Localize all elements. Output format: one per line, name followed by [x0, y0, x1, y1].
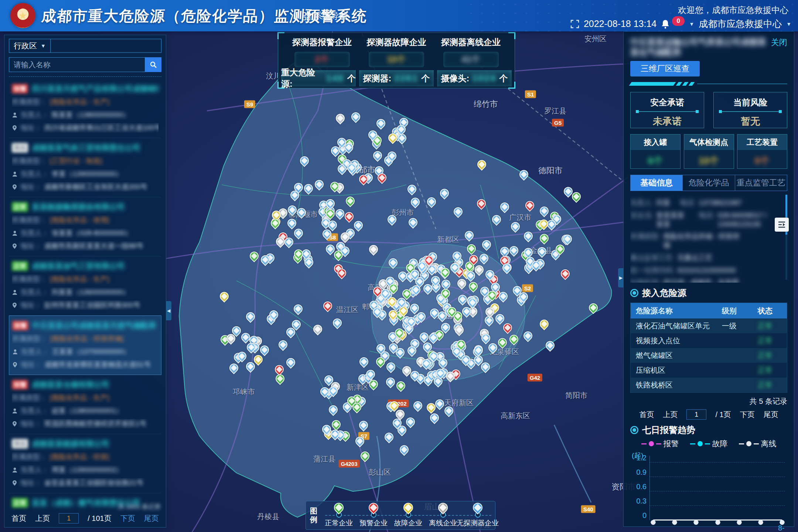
pagination-next[interactable]: 下页 — [740, 410, 755, 420]
info-row: 重点监管工艺:无重点工艺 — [630, 253, 782, 262]
info-field: 电话:13738621987 — [680, 198, 742, 207]
tab-危险化学品[interactable]: 危险化学品 — [683, 175, 735, 191]
legend-entry: 故障企业 — [392, 501, 425, 529]
table-row[interactable]: 燃气储罐区正常 — [631, 348, 787, 363]
company-list-item[interactable]: 正常成都某某油气工贸有限公司所属类型：[危险化学品 - 生产]负责人：刘某某（1… — [9, 256, 161, 316]
company-list-item[interactable]: 离线成都某某气体工贸有限责任公司所属类型：[工贸行业 - 制造]负责人：李某（1… — [9, 138, 161, 197]
legend-item-报警: 报警 — [641, 439, 679, 449]
company-contact-line: 负责人：李某（13900000000） — [12, 169, 158, 179]
company-name: 成都某某气体工贸有限责任公司 — [32, 143, 140, 153]
commitment-cards: 安全承诺未承诺当前风险暂无 — [630, 92, 787, 128]
district-dropdown[interactable]: 行政区 ▼ — [9, 39, 51, 53]
map-legend-items: 正常企业预警企业故障企业离线企业无探测器企业 — [321, 501, 495, 529]
pagination-page-input[interactable]: 1 — [686, 409, 706, 420]
bell-caret-icon[interactable]: ▼ — [689, 21, 694, 27]
company-list-item[interactable]: 报警四川某某天然气产品有限公司成都销售分公司所属类型：[危险化学品 - 生产]负… — [9, 79, 161, 138]
map-place-label: 德阳市 — [538, 165, 563, 176]
legend-label: 预警企业 — [359, 518, 388, 528]
info-rows: 负责人:刘某电话:13738621987安全员:某某某某某某电话:028-840… — [630, 195, 787, 283]
expand-panel-button[interactable] — [775, 218, 789, 232]
pagination-first[interactable]: 首页 — [11, 514, 26, 524]
legend-pin-icon — [367, 501, 381, 515]
tab-重点监管工艺[interactable]: 重点监管工艺 — [735, 175, 787, 191]
road-shield-label: S1 — [525, 91, 536, 98]
pagination-page-input[interactable]: 1 — [59, 513, 79, 524]
sidebar-footer: 共 1001 条记录 首页 上页 1 / 101页 下页 尾页 — [4, 501, 166, 527]
road-shield-label: G4203 — [338, 460, 359, 468]
table-row[interactable]: 视频接入点位正常 — [631, 333, 787, 348]
system-nav-button[interactable]: 系统导航 — [302, 10, 348, 22]
company-header: 正常成都某某油气工贸有限公司 — [12, 261, 158, 271]
hazard-table: 危险源名称级别状态液化石油气储罐区单元一级正常视频接入点位正常燃气储罐区正常压缩… — [630, 303, 787, 393]
fullscreen-icon[interactable] — [570, 20, 579, 28]
company-list-item[interactable]: 报警成都某某仓储有限公司所属类型：[危险化学品 - 生产]负责人：赵某（1380… — [9, 375, 161, 434]
table-header-row: 危险源名称级别状态 — [631, 303, 787, 318]
series-point-离线 — [737, 520, 741, 525]
sidebar-collapse-handle[interactable]: ◀ — [166, 301, 171, 320]
tab-基础信息[interactable]: 基础信息 — [631, 175, 683, 191]
district-value-box[interactable] — [51, 39, 161, 53]
company-list-item[interactable]: 正常某某能源集团股份有限公司所属类型：[危险化学品 - 使用]负责人：张某某（0… — [9, 197, 161, 256]
company-contact-line: 负责人：赵某（13800000001） — [12, 406, 158, 416]
stat-total-label: 摄像头: — [441, 73, 469, 84]
company-type-line: 所属类型：[工贸行业 - 制造] — [12, 156, 158, 166]
logo-star-icon: ★ — [18, 10, 27, 21]
map-place-label: 新都区 — [437, 235, 459, 245]
close-button[interactable]: 关闭 — [771, 37, 787, 48]
legend-label: 无探测器企业 — [457, 518, 499, 528]
pagination-last[interactable]: 尾页 — [764, 410, 778, 420]
location-icon — [12, 302, 17, 308]
search-icon — [150, 61, 157, 68]
y-tick-label: 0.6 — [630, 482, 647, 491]
system-nav-label: 系统导航 — [314, 10, 348, 22]
status-badge: 离线 — [12, 439, 28, 449]
legend-pin-icon — [471, 501, 485, 515]
company-list-item[interactable]: 离线成都某某能源有限公司所属类型：[危险化学品 - 经营]负责人：周某（1390… — [9, 434, 161, 493]
table-row[interactable]: 铁路栈桥区正常 — [631, 378, 787, 392]
status-badge: 离线 — [12, 143, 28, 153]
info-row: 安全员:某某某某某某电话:028-84008017 / 13408123136 — [630, 211, 782, 229]
detail-collapse-handle[interactable]: ▶ — [618, 268, 624, 287]
detail-panel: ▶ 中石某某运输公司气库某公司成都某某化气储配库 关闭 三维厂区巡查 安全承诺未… — [623, 31, 794, 527]
record-count: 共 1001 条记录 — [10, 502, 161, 511]
company-address-line: 地址：成都市龙泉驿区某某物流大道51号 — [12, 360, 158, 369]
table-row[interactable]: 压缩机区正常 — [631, 363, 787, 378]
company-list-item[interactable]: 报警中石某某公司成都某某天然气储配库所属类型：[危险化学品 - 经营存储]负责人… — [9, 316, 161, 375]
gridline — [649, 491, 785, 491]
equipment-stat-box: 工艺装置0个 — [737, 134, 787, 169]
detail-tabs: 基础信息危险化学品重点监管工艺 — [630, 175, 787, 191]
stat-box-value: 0个 — [737, 154, 787, 167]
pagination-first[interactable]: 首页 — [639, 410, 654, 420]
company-contact-line: 负责人：王某某（13700000000） — [12, 347, 158, 357]
pagination-last[interactable]: 尾页 — [144, 514, 159, 524]
trend-section-header: 七日报警趋势 — [630, 424, 787, 436]
org-dropdown[interactable]: 成都市应急救援中心 — [699, 18, 782, 30]
card-title: 安全承诺 — [631, 97, 704, 108]
trend-chart: 报警故障离线 (起) 00.30.60.91.28-128-138-148-15… — [630, 437, 787, 532]
company-search-input[interactable] — [9, 57, 145, 72]
company-address-line: 地址：四川省成都市青白江区工业大道100号 — [12, 123, 158, 133]
corner-decor — [508, 82, 515, 89]
commitment-card: 安全承诺未承诺 — [630, 92, 704, 128]
table-row[interactable]: 液化石油气储罐区单元一级正常 — [631, 318, 787, 333]
legend-item-离线: 离线 — [739, 439, 777, 449]
equipment-stat-box: 气体检测点10个 — [684, 134, 734, 169]
equipment-stat-boxes: 接入罐6个气体检测点10个工艺装置0个 — [630, 134, 787, 169]
pagination-next[interactable]: 下页 — [120, 514, 135, 524]
3d-tour-button[interactable]: 三维厂区巡查 — [630, 61, 700, 76]
sidebar-filters: 行政区 ▼ — [4, 35, 166, 77]
company-contact-line: 负责人：刘某某（13600000000） — [12, 287, 158, 297]
road-shield-label: G42 — [528, 374, 542, 382]
stats-panel: 探测器报警企业2个探测器故障企业10个探测器离线企业41个 重大危险源:146个… — [278, 33, 515, 88]
org-caret-icon[interactable]: ▼ — [786, 21, 791, 27]
road-shield-label: S2 — [522, 284, 533, 292]
corner-decor — [508, 32, 515, 39]
bell-icon[interactable] — [661, 19, 670, 29]
legend-entry: 无探测器企业 — [461, 501, 494, 529]
corner-decor — [277, 32, 284, 39]
pagination-prev[interactable]: 上页 — [35, 514, 50, 524]
pagination-prev[interactable]: 上页 — [663, 410, 678, 420]
search-button[interactable] — [145, 57, 161, 72]
y-tick-label: 0.3 — [630, 497, 647, 505]
y-tick-label: 0.9 — [630, 468, 647, 477]
